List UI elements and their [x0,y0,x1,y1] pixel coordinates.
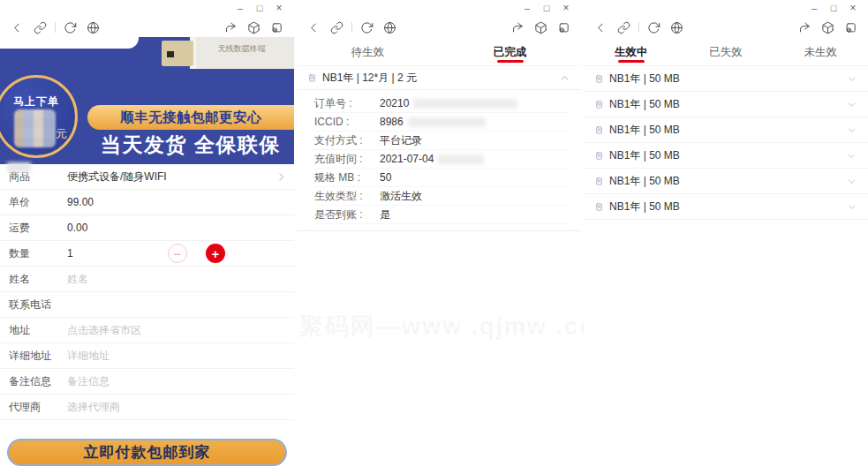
reload-icon[interactable] [647,21,660,34]
cube-3d-icon[interactable] [534,21,547,34]
minimize-button[interactable]: – [517,1,537,15]
float-window-icon[interactable] [557,21,570,34]
minimize-button[interactable]: – [804,1,824,15]
remark-input[interactable]: 备注信息 [67,374,109,389]
detail-value: 20210 [380,97,517,109]
forward-share-icon[interactable] [511,21,525,34]
shop-name-blurred [7,162,31,172]
order-card-title: NB1年 | 12*月 | 2 元 [322,71,417,86]
chevron-right-icon[interactable] [275,171,287,183]
titlebar: – □ × [584,0,868,16]
forward-share-icon[interactable] [798,21,811,34]
list-item[interactable]: NB1年 | 50 MB [584,194,868,220]
field-address[interactable]: 地址 点击选择省市区 [0,318,294,343]
chevron-down-icon[interactable] [846,99,857,110]
quantity-plus-button[interactable]: + [206,244,225,263]
chevron-down-icon[interactable] [846,201,857,213]
reload-icon[interactable] [64,21,77,34]
field-label: 联系电话 [9,297,67,312]
field-remark[interactable]: 备注信息 备注信息 [0,369,294,395]
detail-label: 订单号 : [314,96,380,111]
back-icon[interactable] [11,21,24,34]
package-tabs: 生效中 已失效 未生效 [584,39,868,66]
toolbar [0,16,294,39]
field-label: 姓名 [9,272,67,287]
chevron-up-icon[interactable] [559,72,570,84]
tab-completed[interactable]: 已完成 [439,39,581,65]
agent-picker[interactable]: 选择代理商 [67,400,120,415]
price-blurred [14,109,56,147]
detail-label: ICCID : [314,116,380,128]
detail-spec: 规格 MB : 50 [314,169,569,187]
forward-share-icon[interactable] [224,21,238,34]
list-item[interactable]: NB1年 | 50 MB [584,117,868,143]
tab-inactive[interactable]: 未生效 [774,39,868,65]
chevron-down-icon[interactable] [846,176,857,187]
globe-icon[interactable] [670,21,683,34]
toolbar [584,16,868,39]
card-bottom-border [297,224,581,231]
minimize-button[interactable]: – [230,1,250,15]
close-button[interactable]: × [843,1,863,15]
order-card-header[interactable]: NB1年 | 12*月 | 2 元 [297,66,581,90]
float-window-icon[interactable] [844,21,857,34]
close-button[interactable]: × [269,1,289,15]
link-chain-icon[interactable] [330,21,343,34]
list-item[interactable]: NB1年 | 50 MB [584,169,868,194]
iccid-blurred [408,117,486,127]
product-photo: 无线数据终端 [196,37,294,69]
field-agent[interactable]: 代理商 选择代理商 [0,395,294,420]
globe-icon[interactable] [383,21,396,34]
document-icon [594,74,604,84]
price-unit: 元 [56,126,67,142]
chevron-down-icon[interactable] [846,124,857,136]
maximize-button[interactable]: □ [824,1,843,15]
promo-ribbon: 顺丰无接触包邮更安心 [87,105,294,130]
cube-3d-icon[interactable] [247,21,260,34]
address-detail-input[interactable]: 详细地址 [67,349,109,364]
detail-iccid: ICCID : 8986 [314,113,569,132]
field-label: 代理商 [9,400,67,415]
address-picker[interactable]: 点击选择省市区 [67,323,141,338]
tab-active[interactable]: 生效中 [584,39,678,65]
maximize-button[interactable]: □ [537,1,556,15]
toolbar-divider [55,22,56,33]
field-name[interactable]: 姓名 姓名 [0,267,294,292]
close-button[interactable]: × [556,1,576,15]
link-chain-icon[interactable] [34,21,47,34]
list-item[interactable]: NB1年 | 50 MB [584,66,868,92]
globe-icon[interactable] [87,21,100,34]
list-item[interactable]: NB1年 | 50 MB [584,143,868,169]
quantity-minus-button[interactable]: − [168,244,187,263]
name-input[interactable]: 姓名 [67,272,88,287]
package-list: NB1年 | 50 MB NB1年 | 50 MB NB1年 | 50 MB N… [584,66,868,220]
time-blurred [438,154,484,164]
reload-icon[interactable] [360,21,374,34]
field-value: 便携式设备/随身WIFI [67,169,167,184]
pay-now-button[interactable]: 立即付款包邮到家 [7,439,287,466]
link-chain-icon[interactable] [617,21,630,34]
detail-label: 支付方式 : [314,133,380,148]
list-item[interactable]: NB1年 | 50 MB [584,92,868,117]
field-phone[interactable]: 联系电话 [0,292,294,318]
chevron-down-icon[interactable] [846,73,857,85]
list-item-label: NB1年 | 50 MB [609,174,680,189]
back-icon[interactable] [594,21,608,34]
maximize-button[interactable]: □ [250,1,269,15]
field-product[interactable]: 商品 便携式设备/随身WIFI [0,164,294,190]
field-address-detail[interactable]: 详细地址 详细地址 [0,343,294,369]
quantity-value: 1 [67,247,73,260]
detail-pay-method: 支付方式 : 平台记录 [314,132,569,150]
list-item-label: NB1年 | 50 MB [609,71,680,87]
tab-expired[interactable]: 已失效 [678,39,773,65]
back-icon[interactable] [307,21,321,34]
tab-pending[interactable]: 待生效 [297,39,439,65]
field-label: 详细地址 [9,349,67,364]
float-window-icon[interactable] [270,21,283,34]
field-label: 数量 [9,246,67,261]
chevron-down-icon[interactable] [846,150,857,162]
window-orders: – □ × 待生效 已完成 NB1年 | 12*月 | 2 元 订单号 : 20… [297,0,581,474]
cube-3d-icon[interactable] [821,21,834,34]
order-no-blurred [413,99,517,109]
titlebar: – □ × [0,0,294,16]
